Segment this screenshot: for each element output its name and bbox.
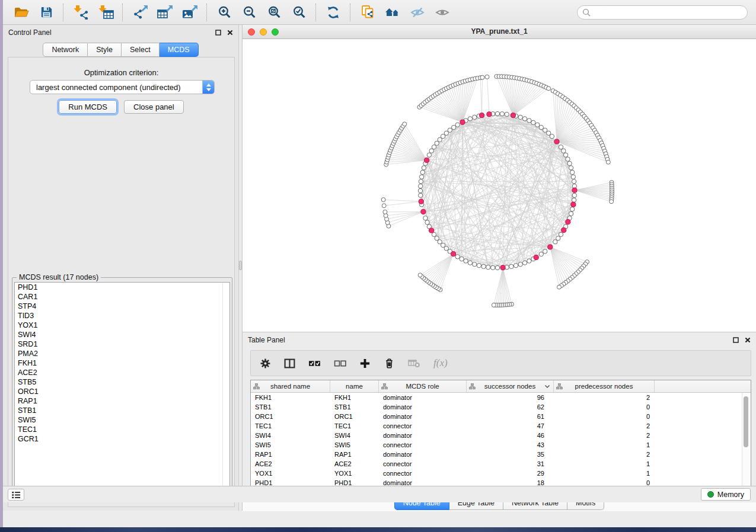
zoom-out-button[interactable] [239,3,259,22]
table-row[interactable]: TEC1TEC1connector472 [251,421,751,431]
graph-node[interactable] [460,257,464,261]
close-panel-icon[interactable] [745,337,751,343]
graph-node[interactable] [419,193,423,197]
mcds-result-item[interactable]: SWI5 [15,415,229,425]
show-all-button[interactable] [432,3,452,22]
graph-node[interactable] [572,193,576,197]
graph-node[interactable] [566,157,570,161]
graph-node-leaf[interactable] [610,200,614,204]
graph-node[interactable] [531,120,535,124]
table-row[interactable]: SWI5SWI5connector431 [251,440,751,450]
tab-network[interactable]: Network [43,43,88,57]
zoom-in-button[interactable] [214,3,234,22]
first-neighbors-button[interactable] [382,3,403,22]
graph-node[interactable] [569,166,573,170]
graph-node-mcds[interactable] [511,113,515,118]
network-canvas[interactable] [243,39,756,332]
graph-node[interactable] [420,170,425,174]
mcds-result-item[interactable]: PHD1 [15,283,229,292]
graph-node[interactable] [468,261,472,265]
graph-node[interactable] [425,220,429,225]
graph-node[interactable] [562,149,566,153]
mcds-result-item[interactable]: ACE2 [15,368,229,377]
table-row[interactable]: ORC1ORC1dominator610 [251,412,751,421]
mcds-result-item[interactable]: GCR1 [15,434,229,444]
column-browser-button[interactable] [284,358,295,369]
graph-node[interactable] [423,216,428,220]
duplicate-network-button[interactable] [358,3,378,22]
network-window-titlebar[interactable]: YPA_prune.txt_1 [243,25,756,39]
mcds-result-item[interactable]: ORC1 [15,387,229,396]
import-table-button[interactable] [95,3,116,22]
zoom-selected-button[interactable] [289,3,309,22]
graph-node[interactable] [486,265,490,269]
search-input[interactable] [594,7,747,18]
graph-node[interactable] [495,111,499,116]
graph-node[interactable] [435,236,439,241]
function-builder-button[interactable]: f(x) [433,357,448,369]
import-network-button[interactable] [71,3,91,22]
mcds-result-item[interactable]: TEC1 [15,425,229,434]
zoom-fit-button[interactable] [264,3,284,22]
add-column-button[interactable] [359,358,371,369]
table-row[interactable]: YOX1YOX1connector291 [251,469,751,478]
float-panel-icon[interactable] [215,30,221,36]
graph-node[interactable] [500,112,504,116]
graph-node-leaf[interactable] [381,198,385,202]
graph-node[interactable] [518,115,522,119]
graph-node-mcds[interactable] [487,112,492,117]
graph-node[interactable] [553,240,557,244]
graph-node-leaf[interactable] [383,210,387,214]
graph-node[interactable] [481,264,486,268]
graph-node[interactable] [468,117,472,121]
close-panel-icon[interactable] [227,30,233,36]
graph-node-leaf[interactable] [403,122,407,126]
graph-node-mcds[interactable] [548,245,553,249]
mcds-result-item[interactable]: SWI4 [15,330,229,339]
table-row[interactable]: STB1STB1dominator620 [251,402,751,412]
mcds-result-item[interactable]: SRD1 [15,339,229,349]
unselect-all-columns-button[interactable] [334,358,346,369]
graph-node-mcds[interactable] [554,139,559,144]
graph-node-mcds[interactable] [572,188,577,193]
run-mcds-button[interactable]: Run MCDS [59,100,117,114]
graph-node-mcds[interactable] [562,227,566,232]
open-file-button[interactable] [11,3,31,22]
panel-splitter-vertical[interactable] [238,25,243,511]
tab-style[interactable]: Style [88,43,122,57]
graph-node-leaf[interactable] [480,75,484,79]
export-network-button[interactable] [130,3,150,22]
table-scrollbar[interactable] [742,393,749,491]
select-all-columns-button[interactable] [308,358,321,369]
graph-node[interactable] [569,211,573,216]
mcds-result-item[interactable]: CAR1 [15,292,229,302]
graph-node-mcds[interactable] [500,265,505,270]
column-header-shared-name[interactable]: shared name [251,380,330,392]
graph-node[interactable] [543,249,547,254]
graph-node-leaf[interactable] [382,204,386,208]
graph-node[interactable] [570,170,575,174]
graph-node[interactable] [422,166,426,170]
hide-selected-button[interactable] [407,3,428,22]
export-image-button[interactable] [180,3,200,22]
float-panel-icon[interactable] [733,337,739,343]
search-box[interactable] [577,5,748,20]
graph-node-leaf[interactable] [492,303,496,307]
graph-node[interactable] [550,134,554,138]
graph-node-mcds[interactable] [460,120,465,124]
table-settings-button[interactable] [260,358,271,369]
close-panel-button[interactable]: Close panel [124,100,184,114]
splitter-grip-icon[interactable] [239,261,242,270]
column-header-predecessor-nodes[interactable]: predecessor nodes [554,380,655,392]
column-header-name[interactable]: name [330,380,379,392]
graph-node[interactable] [495,265,499,270]
save-session-button[interactable] [36,3,56,22]
graph-node[interactable] [559,145,563,149]
mcds-result-item[interactable]: STP4 [15,302,229,311]
graph-node[interactable] [518,262,522,266]
graph-node-leaf[interactable] [606,160,610,164]
mcds-result-item[interactable]: TID3 [15,311,229,321]
graph-node[interactable] [448,128,452,132]
graph-node[interactable] [455,255,460,259]
graph-node-leaf[interactable] [418,273,422,277]
